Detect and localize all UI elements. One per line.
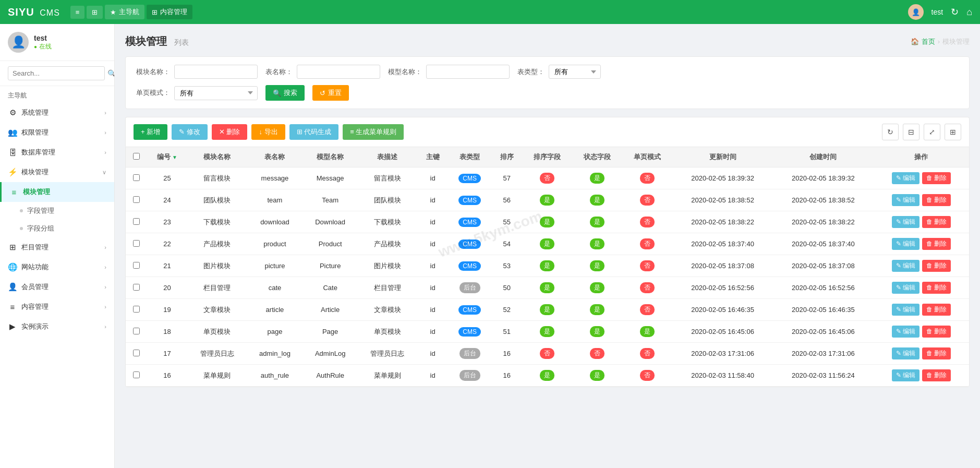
td-sort: 55 [491, 211, 522, 233]
th-sort-field: 排序字段 [522, 147, 572, 167]
td-primary-key: id [417, 277, 448, 299]
model-name-input[interactable] [426, 65, 510, 79]
edit-btn[interactable]: ✎ 修改 [172, 124, 208, 140]
status-field-badge: 是 [590, 217, 604, 227]
single-page-select[interactable]: 所有 是 否 [174, 86, 258, 100]
table-type-select[interactable]: 所有 CMS 后台 [549, 65, 601, 79]
td-sort-field: 是 [522, 189, 572, 211]
sort-field-badge: 是 [540, 195, 554, 206]
row-delete-btn[interactable]: 🗑 删除 [922, 260, 951, 272]
grid-view-btn[interactable]: ⊞ [945, 124, 961, 140]
row-delete-btn[interactable]: 🗑 删除 [922, 172, 951, 184]
row-delete-btn[interactable]: 🗑 删除 [922, 282, 951, 294]
row-checkbox[interactable] [133, 196, 140, 203]
row-checkbox[interactable] [133, 306, 140, 313]
th-id[interactable]: 编号 [147, 147, 187, 167]
row-checkbox[interactable] [133, 284, 140, 291]
row-delete-btn[interactable]: 🗑 删除 [922, 369, 951, 381]
sidebar-item-auth[interactable]: 👥 权限管理 › [0, 123, 114, 142]
row-delete-btn[interactable]: 🗑 删除 [922, 326, 951, 338]
sidebar-item-module-active[interactable]: ≡ 模块管理 [0, 182, 114, 202]
grid-toggle-btn[interactable]: ⊞ [87, 6, 103, 19]
menu-rule-btn[interactable]: ≡ 生成菜单规则 [343, 124, 404, 140]
row-delete-btn[interactable]: 🗑 删除 [922, 347, 951, 359]
refresh-btn[interactable]: ↻ [951, 6, 959, 18]
auth-icon: 👥 [8, 128, 17, 137]
td-id: 23 [147, 211, 187, 233]
row-delete-btn[interactable]: 🗑 删除 [922, 216, 951, 228]
td-sort-field: 是 [522, 321, 572, 343]
row-checkbox[interactable] [133, 350, 140, 356]
sidebar-section-label: 主导航 [0, 86, 114, 103]
menu-toggle-btn[interactable]: ≡ [70, 6, 85, 19]
row-delete-btn[interactable]: 🗑 删除 [922, 304, 951, 316]
row-edit-btn[interactable]: ✎ 编辑 [892, 216, 919, 228]
td-module-name: 留言模块 [187, 167, 247, 189]
row-checkbox[interactable] [133, 328, 140, 334]
row-edit-btn[interactable]: ✎ 编辑 [892, 238, 919, 250]
th-created-at: 创建时间 [773, 147, 874, 167]
content-mgmt-btn[interactable]: ⊞ 内容管理 [147, 5, 192, 19]
row-edit-btn[interactable]: ✎ 编辑 [892, 347, 919, 359]
main-nav-btn[interactable]: ★ 主导航 [105, 5, 144, 19]
delete-btn[interactable]: ✕ 删除 [212, 124, 248, 140]
reset-btn[interactable]: ↺ 重置 [312, 85, 349, 101]
td-primary-key: id [417, 365, 448, 387]
row-delete-btn[interactable]: 🗑 删除 [922, 194, 951, 206]
add-btn[interactable]: + 新增 [134, 124, 167, 140]
sidebar-item-db[interactable]: 🗄 数据库管理 › [0, 142, 114, 162]
row-checkbox[interactable] [133, 174, 140, 181]
select-all-checkbox[interactable] [133, 153, 140, 160]
row-edit-btn[interactable]: ✎ 编辑 [892, 369, 919, 381]
sidebar-item-module-expand[interactable]: ⚡ 模块管理 ∨ [0, 162, 114, 182]
row-edit-btn[interactable]: ✎ 编辑 [892, 326, 919, 338]
module-name-input[interactable] [174, 65, 258, 79]
search-btn[interactable]: 🔍 搜索 [265, 85, 305, 101]
sidebar-item-nav[interactable]: ⊞ 栏目管理 › [0, 237, 114, 257]
row-edit-btn[interactable]: ✎ 编辑 [892, 282, 919, 294]
row-checkbox[interactable] [133, 240, 140, 247]
row-checkbox[interactable] [133, 262, 140, 269]
column-toggle-btn[interactable]: ⊟ [903, 124, 919, 140]
username-top: test [931, 8, 943, 16]
td-desc: 图片模块 [358, 255, 417, 277]
td-table-name: admin_log [247, 343, 303, 365]
breadcrumb-home[interactable]: 首页 [922, 37, 935, 46]
row-checkbox[interactable] [133, 218, 140, 225]
search-icon[interactable]: 🔍 [107, 69, 115, 78]
row-edit-btn[interactable]: ✎ 编辑 [892, 172, 919, 184]
search-input[interactable] [8, 66, 105, 80]
export-btn[interactable]: ↓ 导出 [251, 124, 285, 140]
type-badge: CMS [458, 239, 481, 249]
row-edit-btn[interactable]: ✎ 编辑 [892, 304, 919, 316]
type-badge: 后台 [459, 370, 480, 381]
td-sort: 53 [491, 255, 522, 277]
row-delete-btn[interactable]: 🗑 删除 [922, 238, 951, 250]
td-table-type: CMS [448, 233, 491, 255]
sidebar-item-site[interactable]: 🌐 网站功能 › [0, 257, 114, 277]
main-layout: 👤 test 在线 🔍 主导航 ⚙ 系统管理 › 👥 权限管理 › 🗄 数据库管… [0, 24, 980, 468]
td-checkbox [126, 277, 147, 299]
sidebar-item-member[interactable]: 👤 会员管理 › [0, 277, 114, 297]
home-btn[interactable]: ⌂ [966, 7, 972, 18]
row-edit-btn[interactable]: ✎ 编辑 [892, 260, 919, 272]
top-nav: SIYU CMS ≡ ⊞ ★ 主导航 ⊞ 内容管理 👤 test ↻ ⌂ [0, 0, 980, 24]
refresh-table-btn[interactable]: ↻ [882, 124, 899, 140]
export-btn-label: ↓ 导出 [259, 127, 277, 137]
td-table-type: CMS [448, 255, 491, 277]
td-status-field: 是 [572, 321, 622, 343]
sidebar-item-system[interactable]: ⚙ 系统管理 › [0, 103, 114, 123]
code-gen-btn[interactable]: ⊞ 代码生成 [289, 124, 339, 140]
fullscreen-btn[interactable]: ⤢ [924, 124, 940, 140]
row-checkbox[interactable] [133, 371, 140, 378]
sidebar-item-content[interactable]: ≡ 内容管理 › [0, 297, 114, 317]
td-single-page: 否 [622, 277, 672, 299]
td-id: 22 [147, 233, 187, 255]
td-checkbox [126, 299, 147, 321]
sidebar-item-field[interactable]: 字段管理 [0, 202, 114, 220]
row-edit-btn[interactable]: ✎ 编辑 [892, 194, 919, 206]
table-name-input[interactable] [297, 65, 380, 79]
sidebar-item-field-group[interactable]: 字段分组 [0, 220, 114, 237]
sidebar-item-demo[interactable]: ▶ 实例演示 › [0, 317, 114, 337]
td-single-page: 否 [622, 211, 672, 233]
